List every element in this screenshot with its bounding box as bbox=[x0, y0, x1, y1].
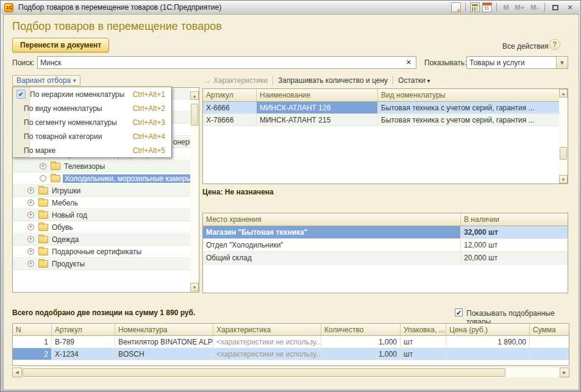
stock-row[interactable]: Общий склад 20,000 шт bbox=[203, 252, 568, 265]
selection-summary: Всего подобрано две позиции на сумму 1 8… bbox=[12, 308, 195, 317]
menu-item[interactable]: По сегменту номенклатуры Ctrl+Alt+3 bbox=[13, 115, 171, 129]
clear-search-button[interactable]: ✕ bbox=[404, 59, 413, 66]
tree-item[interactable]: Обувь bbox=[13, 222, 190, 233]
column-header-articul[interactable]: Артикул bbox=[203, 89, 257, 101]
characteristics-button[interactable]: →Характеристики bbox=[204, 76, 268, 85]
tree-item[interactable]: Новый год bbox=[13, 210, 190, 221]
app-logo-1c-icon bbox=[4, 3, 13, 12]
expand-icon[interactable] bbox=[40, 163, 46, 169]
expand-icon[interactable] bbox=[27, 212, 34, 218]
tree-item[interactable]: Игрушки bbox=[13, 185, 190, 197]
stock-table: Место хранения В наличии Магазин "Бытова… bbox=[202, 213, 568, 293]
scroll-right-button[interactable] bbox=[560, 368, 569, 377]
cell-quantity: 1,000 bbox=[321, 336, 401, 348]
scroll-down-button[interactable] bbox=[559, 175, 568, 184]
cell-sum bbox=[530, 348, 569, 360]
request-qty-price-button[interactable]: Запрашивать количество и цену bbox=[278, 76, 388, 85]
product-row-selected[interactable]: X-6666 МИНСК-АТЛАНТ 126 Бытовая техника … bbox=[203, 102, 559, 114]
expand-icon[interactable] bbox=[27, 187, 34, 194]
column-header-characteristic[interactable]: Характеристика bbox=[213, 324, 321, 335]
help-button[interactable]: ? bbox=[549, 39, 560, 50]
scroll-thumb[interactable] bbox=[191, 104, 198, 126]
menu-item[interactable]: По иерархии номенклатуры Ctrl+Alt+1 bbox=[13, 87, 171, 101]
product-row[interactable]: X-78666 МИНСК-АТЛАНТ 215 Бытовая техника… bbox=[203, 114, 559, 126]
expand-icon[interactable] bbox=[27, 236, 34, 243]
separator bbox=[273, 76, 273, 85]
expand-icon[interactable] bbox=[27, 260, 34, 267]
column-header-quantity[interactable]: Количество bbox=[321, 324, 401, 335]
menu-item[interactable]: По марке Ctrl+Alt+5 bbox=[13, 143, 171, 157]
scroll-thumb[interactable] bbox=[560, 147, 567, 160]
column-header-nomenclature[interactable]: Номенклатура bbox=[115, 324, 213, 335]
tree-item[interactable]: Телевизоры bbox=[13, 161, 190, 173]
scroll-left-button[interactable] bbox=[12, 368, 22, 377]
show-combobox[interactable]: Товары и услуги bbox=[466, 56, 568, 69]
column-header-price[interactable]: Цена (руб.) bbox=[446, 324, 530, 335]
cell-articul: X-78666 bbox=[203, 114, 257, 126]
title-bar: Подбор товаров в перемещение товаров (1С… bbox=[1, 1, 580, 14]
tree-item[interactable]: Продукты bbox=[13, 258, 190, 270]
show-selected-checkbox[interactable] bbox=[455, 308, 463, 316]
scroll-up-button[interactable] bbox=[190, 91, 199, 100]
menu-item[interactable]: По виду номенклатуры Ctrl+Alt+2 bbox=[13, 101, 171, 115]
transfer-to-document-button[interactable]: Перенести в документ bbox=[12, 38, 109, 52]
cell-place: Отдел "Холодильники" bbox=[203, 239, 461, 252]
filter-variant-menu: По иерархии номенклатуры Ctrl+Alt+1 По в… bbox=[12, 87, 172, 158]
memory-plus-button[interactable]: M+ bbox=[513, 4, 527, 11]
menu-item-label: По сегменту номенклатуры bbox=[24, 118, 117, 127]
tree-item[interactable]: Подарочные сертификаты bbox=[13, 246, 190, 258]
cell-articul: X-6666 bbox=[203, 102, 257, 114]
maximize-icon bbox=[552, 5, 558, 10]
column-header-kind[interactable]: Вид номенклатуры bbox=[378, 89, 559, 101]
column-header-articul[interactable]: Артикул bbox=[52, 324, 115, 335]
calendar-icon[interactable] bbox=[482, 2, 492, 12]
cell-characteristic: <характеристики не использу... bbox=[213, 348, 321, 360]
scroll-up-button[interactable] bbox=[559, 89, 568, 98]
maximize-button[interactable] bbox=[549, 2, 561, 12]
selection-horizontal-scrollbar[interactable] bbox=[12, 368, 569, 377]
tree-item[interactable]: Мебель bbox=[13, 198, 190, 209]
expand-icon[interactable] bbox=[27, 199, 34, 206]
selection-row-selected[interactable]: 2 X-1234 BOSCH <характеристики не исполь… bbox=[13, 348, 569, 360]
tree-item-label: Холодильники, морозильные камеры bbox=[63, 174, 193, 183]
products-vertical-scrollbar[interactable] bbox=[559, 89, 568, 184]
menu-item[interactable]: По товарной категории Ctrl+Alt+4 bbox=[13, 129, 171, 143]
tree-item-label: Подарочные сертификаты bbox=[52, 248, 141, 256]
column-header-n[interactable]: N bbox=[13, 324, 52, 335]
tree-vertical-scrollbar[interactable] bbox=[190, 88, 199, 292]
filter-variant-menu-button[interactable]: Вариант отбора ▾ bbox=[12, 75, 80, 86]
folder-icon bbox=[38, 248, 48, 255]
selection-row[interactable]: 1 В-789 Вентилятор BINATONE ALPIN... <ха… bbox=[13, 336, 569, 348]
column-header-package[interactable]: Упаковка, ... bbox=[401, 324, 446, 335]
memory-button[interactable]: M bbox=[501, 4, 510, 11]
stock-menu-button[interactable]: Остатки bbox=[398, 76, 430, 85]
cell-quantity: 1,000 bbox=[321, 348, 401, 360]
tree-item-selected[interactable]: Холодильники, морозильные камеры bbox=[13, 173, 190, 185]
tree-item[interactable]: Одежда bbox=[13, 234, 190, 246]
combobox-dropdown-button[interactable] bbox=[556, 57, 568, 68]
cell-kind: Бытовая техника с учетом серий, гарантия… bbox=[378, 114, 559, 126]
scroll-down-button[interactable] bbox=[190, 283, 199, 291]
tree-item-label: Новый год bbox=[52, 211, 87, 219]
expand-icon[interactable] bbox=[27, 248, 34, 255]
menu-item-shortcut: Ctrl+Alt+4 bbox=[133, 132, 165, 141]
calculator-icon[interactable] bbox=[470, 2, 480, 12]
column-header-sum[interactable]: Сумма bbox=[530, 324, 569, 335]
column-header-place[interactable]: Место хранения bbox=[203, 213, 461, 226]
close-button[interactable]: ✕ bbox=[564, 2, 576, 12]
caret-down-icon: ▾ bbox=[73, 77, 76, 84]
column-header-name[interactable]: Наименование bbox=[257, 89, 378, 101]
all-actions-button[interactable]: Все действия bbox=[502, 42, 553, 51]
stock-row-selected[interactable]: Магазин "Бытовая техника" 32,000 шт bbox=[203, 226, 568, 239]
show-combobox-value: Товары и услуги bbox=[469, 59, 525, 67]
menu-item-shortcut: Ctrl+Alt+2 bbox=[133, 104, 165, 113]
expand-icon[interactable] bbox=[27, 224, 34, 230]
column-header-available[interactable]: В наличии bbox=[461, 213, 568, 226]
scroll-thumb[interactable] bbox=[23, 368, 505, 377]
selection-table: N Артикул Номенклатура Характеристика Ко… bbox=[12, 323, 569, 366]
tree-item-label: Мебель bbox=[52, 199, 78, 207]
favorites-icon[interactable] bbox=[451, 2, 461, 12]
stock-row[interactable]: Отдел "Холодильники" 12,000 шт bbox=[203, 239, 568, 252]
search-input[interactable]: Минск ✕ bbox=[37, 56, 416, 69]
memory-minus-button[interactable]: M- bbox=[529, 4, 540, 11]
